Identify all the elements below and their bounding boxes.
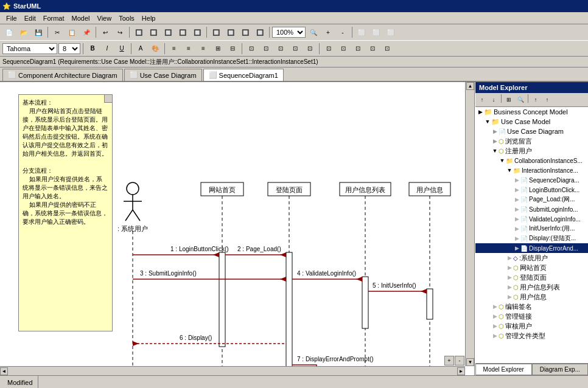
scroll-right-button[interactable]: ► xyxy=(457,367,465,375)
extra-btn-2[interactable]: ⊡ xyxy=(337,42,350,55)
tree-item-n9[interactable]: ▶ 📄 LoginButtonClick... xyxy=(475,185,588,195)
tb-btn-3[interactable]: 🔲 xyxy=(161,26,175,39)
tree-item-n21[interactable]: ▶ ⬡ 编辑签名 xyxy=(475,302,588,311)
tree-toggle-n6[interactable]: ▼ xyxy=(499,158,506,164)
font-size-combo[interactable]: 8 xyxy=(58,43,80,54)
explorer-btn-2[interactable]: ↓ xyxy=(488,94,499,105)
tb-btn-7[interactable]: 🔲 xyxy=(224,26,237,39)
tree-toggle-n13[interactable]: ▶ xyxy=(513,226,520,232)
new-button[interactable]: 📄 xyxy=(2,26,16,39)
copy-button[interactable]: 📋 xyxy=(65,26,79,39)
tree-toggle-n23[interactable]: ▶ xyxy=(491,323,499,329)
tree-item-n5[interactable]: ▼ ⬡ 注册用户 xyxy=(475,146,588,156)
scroll-down-button[interactable]: ▼ xyxy=(466,358,474,366)
zoom-out[interactable]: - xyxy=(336,26,349,39)
tree-item-n23[interactable]: ▶ ⬡ 审核用户 xyxy=(475,321,588,331)
redo-button[interactable]: ↪ xyxy=(113,26,127,39)
tree-toggle-n18[interactable]: ▶ xyxy=(506,274,513,280)
tree-item-n18[interactable]: ▶ ⬡ 登陆页面 xyxy=(475,272,588,282)
menu-tools[interactable]: Tools xyxy=(115,13,138,23)
tree-toggle-n5[interactable]: ▼ xyxy=(491,148,499,154)
tree-toggle-n12[interactable]: ▶ xyxy=(513,216,520,222)
zoom-in[interactable]: + xyxy=(321,26,335,39)
tree-item-n8[interactable]: ▶ 📄 SequenceDiagra... xyxy=(475,175,588,185)
scroll-track-v[interactable] xyxy=(466,91,474,358)
tree-toggle-n22[interactable]: ▶ xyxy=(491,313,499,319)
tree-item-n13[interactable]: ▶ 📄 InitUserInfo:(用... xyxy=(475,224,588,234)
underline-button[interactable]: U xyxy=(115,42,128,55)
tb-btn-1[interactable]: 🔲 xyxy=(132,26,145,39)
undo-button[interactable]: ↩ xyxy=(99,26,112,39)
tb-btn-9[interactable]: 🔲 xyxy=(253,26,267,39)
align-btn-3[interactable]: ≡ xyxy=(197,42,210,55)
tree-toggle-n9[interactable]: ▶ xyxy=(513,187,520,193)
explorer-btn-5[interactable]: ↑ xyxy=(530,94,541,105)
scroll-track-h[interactable] xyxy=(9,367,457,375)
scroll-up-button[interactable]: ▲ xyxy=(466,82,474,90)
diagram-canvas[interactable]: 基本流程： 用户在网站首页点击登陆链接，系统显示后台登陆页面。用户在登陆表单中输… xyxy=(0,82,475,375)
extra-btn-4[interactable]: ⊡ xyxy=(366,42,379,55)
tree-item-n6[interactable]: ▼ 📁 CollaborationInstanceS... xyxy=(475,156,588,165)
tb-btn-8[interactable]: 🔲 xyxy=(239,26,252,39)
explorer-btn-4[interactable]: 🔍 xyxy=(515,94,526,105)
tb-btn-5[interactable]: 🔲 xyxy=(191,26,204,39)
tree-toggle-n4[interactable]: ▶ xyxy=(491,138,499,144)
align-btn-2[interactable]: ≡ xyxy=(182,42,195,55)
canvas-zoom-in[interactable]: + xyxy=(444,356,454,365)
align-btn-4[interactable]: ⊞ xyxy=(211,42,225,55)
tree-item-n15[interactable]: ▶ 📄 DisplayErrorAnd... xyxy=(475,243,588,253)
menu-model[interactable]: Model xyxy=(68,13,94,23)
italic-button[interactable]: I xyxy=(100,42,114,55)
tab-sequence-diagram[interactable]: ⬜ SequenceDiagram1 xyxy=(203,69,284,81)
tree-item-n19[interactable]: ▶ ⬡ 用户信息列表 xyxy=(475,282,588,292)
align-btn-5[interactable]: ⊟ xyxy=(226,42,239,55)
horizontal-scrollbar[interactable]: ◄ ► xyxy=(0,366,465,375)
explorer-tree[interactable]: ▶ 📁 Business Concept Model ▼ 📁 Use Case … xyxy=(475,107,588,363)
layout-btn-3[interactable]: ⊡ xyxy=(274,42,287,55)
menu-help[interactable]: Help xyxy=(138,13,159,23)
vertical-scrollbar[interactable]: ▲ ▼ xyxy=(465,82,474,366)
tree-toggle-n21[interactable]: ▶ xyxy=(491,303,499,310)
tree-item-n16[interactable]: ▶ ◇ :系统用户 xyxy=(475,253,588,263)
bold-button[interactable]: B xyxy=(86,42,99,55)
tree-item-n12[interactable]: ▶ 📄 ValidateLoginInfo... xyxy=(475,214,588,224)
tree-toggle-n10[interactable]: ▶ xyxy=(513,196,520,203)
explorer-btn-3[interactable]: ⊞ xyxy=(503,94,514,105)
tree-toggle-n1[interactable]: ▶ xyxy=(477,109,484,115)
tree-toggle-n16[interactable]: ▶ xyxy=(506,255,513,261)
tree-item-n2[interactable]: ▼ 📁 Use Case Model xyxy=(475,117,588,126)
tree-toggle-n17[interactable]: ▶ xyxy=(506,265,513,271)
scroll-left-button[interactable]: ◄ xyxy=(0,367,8,375)
open-button[interactable]: 📂 xyxy=(17,26,30,39)
extra-btn-3[interactable]: ⊡ xyxy=(351,42,365,55)
tree-toggle-n8[interactable]: ▶ xyxy=(513,177,520,183)
tree-toggle-n19[interactable]: ▶ xyxy=(506,284,513,290)
tb-extra-1[interactable]: ⬜ xyxy=(355,26,368,39)
tab-component-architecture[interactable]: ⬜ Component Architecture Diagram xyxy=(2,69,123,81)
tb-extra-2[interactable]: ⬜ xyxy=(369,26,383,39)
menu-format[interactable]: Format xyxy=(40,13,68,23)
tb-btn-2[interactable]: 🔲 xyxy=(147,26,160,39)
canvas-zoom-out[interactable]: - xyxy=(455,356,464,365)
tree-toggle-n3[interactable]: ▶ xyxy=(491,128,499,134)
layout-btn-4[interactable]: ⊡ xyxy=(289,42,302,55)
tree-toggle-n24[interactable]: ▶ xyxy=(491,333,499,339)
tree-toggle-n2[interactable]: ▼ xyxy=(484,119,491,125)
tree-toggle-n11[interactable]: ▶ xyxy=(513,206,520,212)
tree-item-n24[interactable]: ▶ ⬡ 管理文件类型 xyxy=(475,331,588,341)
tree-item-n20[interactable]: ▶ ⬡ 用户信息 xyxy=(475,292,588,302)
tb-btn-4[interactable]: 🔲 xyxy=(176,26,189,39)
menu-view[interactable]: View xyxy=(94,13,116,23)
cut-button[interactable]: ✂ xyxy=(51,26,64,39)
tree-toggle-n20[interactable]: ▶ xyxy=(506,294,513,300)
tree-toggle-n7[interactable]: ▼ xyxy=(506,167,513,173)
tree-item-n4[interactable]: ▶ ⬡ 浏览留言 xyxy=(475,136,588,146)
tb-extra-3[interactable]: ⬜ xyxy=(384,26,397,39)
explorer-btn-6[interactable]: ↑ xyxy=(542,94,553,105)
zoom-combo[interactable]: 100% 50% 75% 125% 150% xyxy=(272,27,306,38)
menu-edit[interactable]: Edit xyxy=(21,13,40,23)
tree-item-n1[interactable]: ▶ 📁 Business Concept Model xyxy=(475,107,588,117)
align-btn-1[interactable]: ≡ xyxy=(167,42,181,55)
save-button[interactable]: 💾 xyxy=(32,26,45,39)
tab-model-explorer[interactable]: Model Explorer xyxy=(475,364,532,375)
